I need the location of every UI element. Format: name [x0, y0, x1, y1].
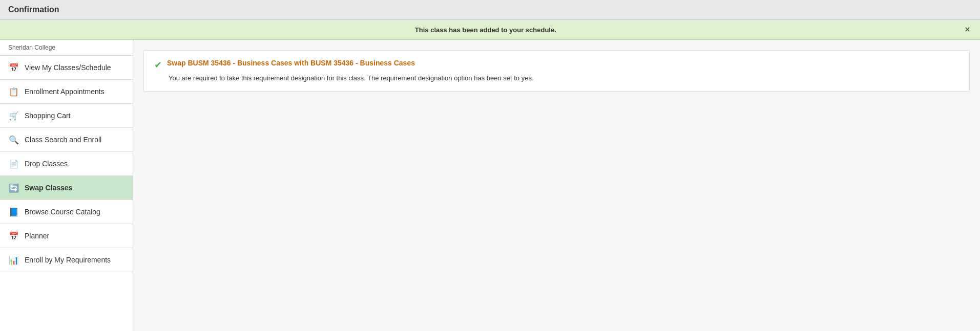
drop-classes-icon: 📄	[8, 158, 19, 169]
college-name: Sheridan College	[0, 40, 133, 56]
enrollment-appointments-icon: 📋	[8, 86, 19, 97]
sidebar-label-swap-classes: Swap Classes	[25, 184, 72, 192]
planner-icon: 📅	[8, 230, 19, 241]
browse-course-catalog-icon: 📘	[8, 206, 19, 217]
sidebar-item-class-search-enroll[interactable]: 🔍Class Search and Enroll	[0, 128, 133, 152]
sidebar: Sheridan College 📅View My Classes/Schedu…	[0, 40, 133, 331]
sidebar-item-drop-classes[interactable]: 📄Drop Classes	[0, 152, 133, 176]
close-banner-button[interactable]: ×	[963, 25, 972, 34]
sidebar-label-enrollment-appointments: Enrollment Appointments	[25, 87, 105, 96]
check-icon: ✔	[154, 59, 162, 71]
title-bar: Confirmation	[0, 0, 980, 20]
sidebar-label-class-search-enroll: Class Search and Enroll	[25, 136, 101, 144]
main-layout: Sheridan College 📅View My Classes/Schedu…	[0, 40, 980, 331]
sidebar-label-browse-course-catalog: Browse Course Catalog	[25, 208, 100, 216]
success-banner: This class has been added to your schedu…	[0, 20, 980, 40]
sidebar-item-enroll-by-requirements[interactable]: 📊Enroll by My Requirements	[0, 248, 133, 272]
sidebar-item-shopping-cart[interactable]: 🛒Shopping Cart	[0, 104, 133, 128]
confirmation-card: ✔ Swap BUSM 35436 - Business Cases with …	[143, 50, 970, 92]
enroll-by-requirements-icon: 📊	[8, 254, 19, 266]
page-title: Confirmation	[8, 5, 59, 14]
page-wrapper: Confirmation This class has been added t…	[0, 0, 980, 331]
class-search-enroll-icon: 🔍	[8, 134, 19, 145]
sidebar-item-enrollment-appointments[interactable]: 📋Enrollment Appointments	[0, 80, 133, 104]
sidebar-label-enroll-by-requirements: Enroll by My Requirements	[25, 256, 111, 264]
shopping-cart-icon: 🛒	[8, 110, 19, 121]
swap-classes-icon: 🔄	[8, 182, 19, 193]
view-classes-icon: 📅	[8, 62, 19, 73]
confirmation-header: ✔ Swap BUSM 35436 - Business Cases with …	[154, 59, 959, 71]
sidebar-item-swap-classes[interactable]: 🔄Swap Classes	[0, 176, 133, 200]
sidebar-item-planner[interactable]: 📅Planner	[0, 224, 133, 248]
content-area: ✔ Swap BUSM 35436 - Business Cases with …	[133, 40, 980, 331]
sidebar-label-shopping-cart: Shopping Cart	[25, 112, 71, 120]
success-message: This class has been added to your schedu…	[8, 26, 963, 34]
sidebar-label-planner: Planner	[25, 232, 49, 240]
sidebar-label-view-classes: View My Classes/Schedule	[25, 63, 111, 72]
swap-description: You are required to take this requiremen…	[169, 74, 959, 83]
sidebar-label-drop-classes: Drop Classes	[25, 160, 68, 168]
swap-title: Swap BUSM 35436 - Business Cases with BU…	[167, 59, 415, 67]
sidebar-item-browse-course-catalog[interactable]: 📘Browse Course Catalog	[0, 200, 133, 224]
sidebar-item-view-classes[interactable]: 📅View My Classes/Schedule	[0, 56, 133, 80]
sidebar-nav: 📅View My Classes/Schedule📋Enrollment App…	[0, 56, 133, 272]
